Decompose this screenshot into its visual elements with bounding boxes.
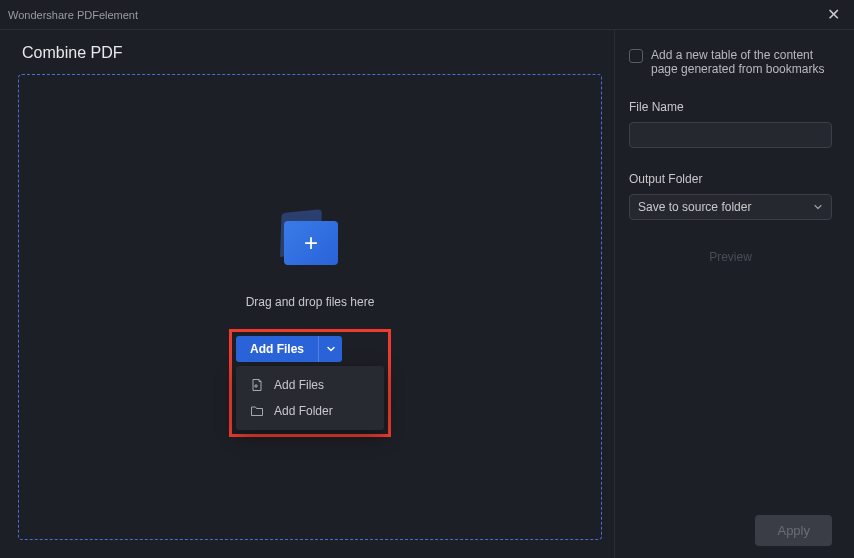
apply-button[interactable]: Apply xyxy=(755,515,832,546)
chevron-down-icon xyxy=(813,202,823,212)
file-name-label: File Name xyxy=(629,100,832,114)
add-files-button[interactable]: Add Files xyxy=(236,336,318,362)
app-title: Wondershare PDFelement xyxy=(8,9,138,21)
page-title: Combine PDF xyxy=(22,44,602,62)
close-icon[interactable]: ✕ xyxy=(821,5,846,24)
dropdown-add-files[interactable]: Add Files xyxy=(236,372,384,398)
preview-button: Preview xyxy=(693,244,768,270)
sidebar: Add a new table of the content page gene… xyxy=(614,30,854,558)
main-panel: Combine PDF + Drag and drop files here A… xyxy=(0,30,614,558)
file-add-icon xyxy=(250,378,264,392)
dropdown-add-folder-label: Add Folder xyxy=(274,404,333,418)
toc-checkbox-row[interactable]: Add a new table of the content page gene… xyxy=(629,48,832,76)
toc-checkbox-label: Add a new table of the content page gene… xyxy=(651,48,832,76)
folder-icon xyxy=(250,404,264,418)
output-folder-label: Output Folder xyxy=(629,172,832,186)
highlight-annotation: Add Files xyxy=(229,329,391,437)
add-files-dropdown-toggle[interactable] xyxy=(318,336,342,362)
file-name-input[interactable] xyxy=(629,122,832,148)
folder-plus-icon: + xyxy=(278,217,342,267)
footer: Apply xyxy=(755,515,832,546)
dropzone[interactable]: + Drag and drop files here Add Files xyxy=(18,74,602,540)
dropzone-hint: Drag and drop files here xyxy=(246,295,375,309)
chevron-down-icon xyxy=(326,344,336,354)
add-files-dropdown: Add Files Add Folder xyxy=(236,366,384,430)
content: Combine PDF + Drag and drop files here A… xyxy=(0,30,854,558)
output-folder-select[interactable]: Save to source folder xyxy=(629,194,832,220)
toc-checkbox[interactable] xyxy=(629,49,643,63)
titlebar: Wondershare PDFelement ✕ xyxy=(0,0,854,30)
dropdown-add-files-label: Add Files xyxy=(274,378,324,392)
dropdown-add-folder[interactable]: Add Folder xyxy=(236,398,384,424)
output-folder-selected: Save to source folder xyxy=(638,200,751,214)
